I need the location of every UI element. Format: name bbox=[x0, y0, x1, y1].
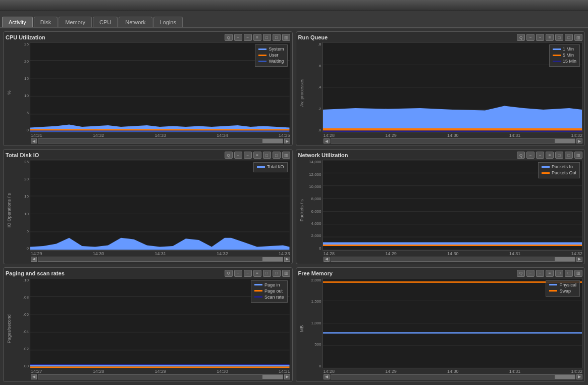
tab-disk[interactable]: Disk bbox=[34, 17, 58, 27]
tab-memory[interactable]: Memory bbox=[59, 17, 92, 27]
cpu-utilization-icon-5[interactable]: □ bbox=[273, 34, 281, 41]
free-memory-icon-3[interactable]: ≡ bbox=[546, 270, 554, 277]
network-utilization-icon-6[interactable]: ▥ bbox=[574, 152, 582, 159]
run-queue-icon-3[interactable]: ≡ bbox=[546, 34, 554, 41]
cpu-utilization-icon-1[interactable]: ~ bbox=[234, 34, 242, 41]
total-disk-io-scroll-left[interactable]: ◀ bbox=[31, 257, 37, 262]
run-queue-icons: Q~~≡□□▥ bbox=[517, 34, 582, 41]
run-queue-icon-2[interactable]: ~ bbox=[536, 34, 544, 41]
tab-logins[interactable]: Logins bbox=[153, 17, 183, 27]
cpu-utilization-icon-0[interactable]: Q bbox=[225, 34, 233, 41]
total-disk-io-icon-1[interactable]: ~ bbox=[234, 152, 242, 159]
free-memory-scroll-track[interactable] bbox=[331, 374, 576, 379]
title-bar bbox=[0, 0, 588, 11]
run-queue-scroll-right[interactable]: ▶ bbox=[576, 138, 582, 143]
total-disk-io-xlabels: 14:2914:3014:3114:3214:33 bbox=[16, 251, 290, 256]
legend-color-swatch bbox=[258, 61, 266, 62]
run-queue-xlabels: 14:2814:2914:3014:3114:32 bbox=[308, 132, 583, 138]
total-disk-io-icon-2[interactable]: ~ bbox=[244, 152, 252, 159]
free-memory-scroll-left[interactable]: ◀ bbox=[324, 374, 330, 379]
total-disk-io-icon-6[interactable]: ▥ bbox=[282, 152, 290, 159]
cpu-utilization-scrollbar: ◀▶ bbox=[16, 138, 290, 143]
cpu-utilization-icon-6[interactable]: ▥ bbox=[282, 34, 290, 41]
tab-activity[interactable]: Activity bbox=[2, 17, 33, 27]
legend-color-swatch bbox=[258, 49, 266, 50]
network-utilization-icon-0[interactable]: Q bbox=[517, 152, 525, 159]
network-utilization-scroll-track[interactable] bbox=[331, 257, 576, 262]
run-queue-title: Run Queue bbox=[298, 34, 328, 40]
total-disk-io-scroll-thumb[interactable] bbox=[262, 257, 283, 261]
paging-scan-icon-2[interactable]: ~ bbox=[244, 270, 252, 277]
run-queue-icon-4[interactable]: □ bbox=[555, 34, 563, 41]
free-memory-icon-2[interactable]: ~ bbox=[536, 270, 544, 277]
total-disk-io-icon-0[interactable]: Q bbox=[225, 152, 233, 159]
paging-scan-icon-5[interactable]: □ bbox=[273, 270, 281, 277]
total-disk-io-scroll-track[interactable] bbox=[38, 257, 283, 262]
network-utilization-icon-2[interactable]: ~ bbox=[536, 152, 544, 159]
paging-scan-icon-0[interactable]: Q bbox=[225, 270, 233, 277]
total-disk-io-svg bbox=[30, 160, 290, 250]
run-queue-scroll-thumb[interactable] bbox=[555, 139, 575, 143]
free-memory-scroll-right[interactable]: ▶ bbox=[576, 374, 582, 379]
network-utilization-chart-area: Packets / s14,00012,00010,0008,0006,0004… bbox=[298, 160, 583, 261]
paging-scan-scroll-right[interactable]: ▶ bbox=[284, 374, 290, 379]
total-disk-io-icon-4[interactable]: □ bbox=[263, 152, 271, 159]
cpu-utilization-scroll-left[interactable]: ◀ bbox=[31, 138, 37, 143]
legend-label: System bbox=[269, 46, 284, 52]
cpu-utilization-chart-inner: SystemUserWaiting bbox=[30, 42, 290, 132]
total-disk-io-icon-5[interactable]: □ bbox=[273, 152, 281, 159]
total-disk-io-scroll-right[interactable]: ▶ bbox=[284, 257, 290, 262]
run-queue-scroll-track[interactable] bbox=[331, 138, 576, 143]
free-memory-icon-0[interactable]: Q bbox=[517, 270, 525, 277]
run-queue-legend-item: 5 Min bbox=[553, 53, 576, 58]
free-memory-scrollbar: ◀▶ bbox=[308, 374, 583, 379]
network-utilization-scroll-thumb[interactable] bbox=[555, 257, 575, 261]
free-memory-scroll-thumb[interactable] bbox=[555, 375, 575, 379]
network-utilization-scroll-right[interactable]: ▶ bbox=[576, 257, 582, 262]
run-queue-icon-6[interactable]: ▥ bbox=[574, 34, 582, 41]
run-queue-icon-5[interactable]: □ bbox=[565, 34, 573, 41]
network-utilization-icon-4[interactable]: □ bbox=[555, 152, 563, 159]
paging-scan-icon-4[interactable]: □ bbox=[263, 270, 271, 277]
paging-scan-icon-1[interactable]: ~ bbox=[234, 270, 242, 277]
paging-scan-legend-item: Page out bbox=[254, 288, 284, 294]
cpu-utilization-scroll-right[interactable]: ▶ bbox=[284, 138, 290, 143]
free-memory-icon-6[interactable]: ▥ bbox=[574, 270, 582, 277]
run-queue-chart-inner: 1 Min5 Min15 Min bbox=[323, 42, 583, 132]
tab-network[interactable]: Network bbox=[119, 17, 152, 27]
paging-scan-scroll-track[interactable] bbox=[38, 374, 283, 379]
legend-label: 1 Min bbox=[563, 46, 574, 52]
paging-scan-scroll-left[interactable]: ◀ bbox=[31, 374, 37, 379]
cpu-utilization-icon-2[interactable]: ~ bbox=[244, 34, 252, 41]
free-memory-icons: Q~~≡□□▥ bbox=[517, 270, 582, 277]
cpu-utilization-icon-4[interactable]: □ bbox=[263, 34, 271, 41]
free-memory-icon-1[interactable]: ~ bbox=[526, 270, 534, 277]
run-queue-icon-1[interactable]: ~ bbox=[526, 34, 534, 41]
network-utilization-icon-5[interactable]: □ bbox=[565, 152, 573, 159]
network-utilization-header: Network UtilizationQ~~≡□□▥ bbox=[298, 152, 583, 159]
legend-label: User bbox=[269, 53, 278, 58]
network-utilization-title: Network Utilization bbox=[298, 152, 348, 158]
network-utilization-icons: Q~~≡□□▥ bbox=[517, 152, 582, 159]
cpu-utilization-icon-3[interactable]: ≡ bbox=[253, 34, 261, 41]
paging-scan-scroll-thumb[interactable] bbox=[262, 375, 283, 379]
tab-cpu[interactable]: CPU bbox=[93, 17, 118, 27]
network-utilization-y-label: Packets / s bbox=[298, 160, 308, 261]
total-disk-io-icon-3[interactable]: ≡ bbox=[253, 152, 261, 159]
cpu-utilization-svg bbox=[30, 42, 290, 132]
free-memory-icon-5[interactable]: □ bbox=[565, 270, 573, 277]
cpu-utilization-y-label: % bbox=[6, 42, 16, 143]
cpu-utilization-legend-item: Waiting bbox=[258, 59, 284, 64]
free-memory-legend: PhysicalSwap bbox=[546, 280, 580, 297]
paging-scan-icon-6[interactable]: ▥ bbox=[282, 270, 290, 277]
network-utilization-icon-3[interactable]: ≡ bbox=[546, 152, 554, 159]
network-utilization-icon-1[interactable]: ~ bbox=[526, 152, 534, 159]
cpu-utilization-scroll-track[interactable] bbox=[38, 138, 283, 143]
paging-scan-title: Paging and scan rates bbox=[6, 270, 65, 276]
cpu-utilization-scroll-thumb[interactable] bbox=[262, 139, 283, 143]
paging-scan-icon-3[interactable]: ≡ bbox=[253, 270, 261, 277]
network-utilization-scroll-left[interactable]: ◀ bbox=[324, 257, 330, 262]
free-memory-icon-4[interactable]: □ bbox=[555, 270, 563, 277]
run-queue-scroll-left[interactable]: ◀ bbox=[324, 138, 330, 143]
run-queue-icon-0[interactable]: Q bbox=[517, 34, 525, 41]
